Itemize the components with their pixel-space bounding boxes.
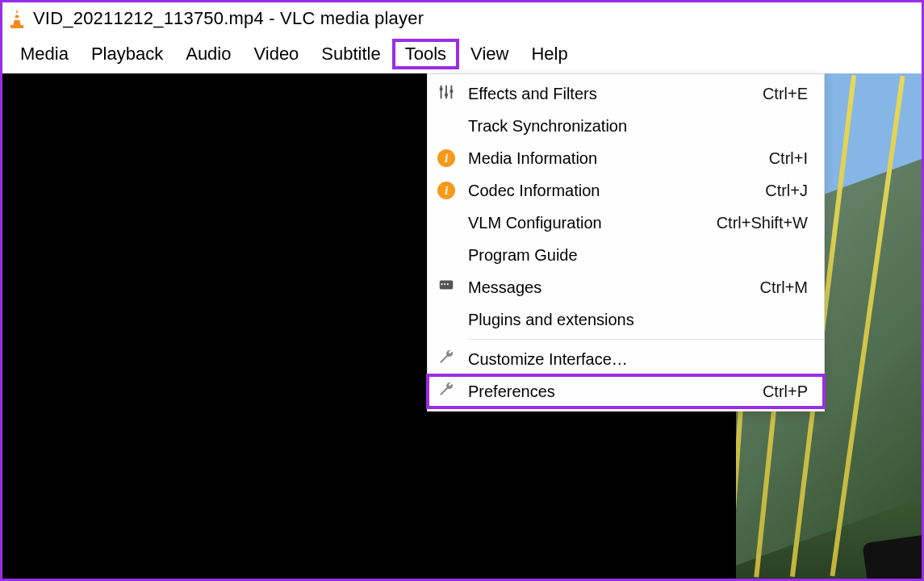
menu-subtitle[interactable]: Subtitle — [310, 39, 391, 69]
menu-item-label: Media Information — [465, 149, 769, 168]
menu-playback[interactable]: Playback — [80, 39, 174, 69]
menu-item-label: Messages — [465, 278, 760, 297]
menu-bar: Media Playback Audio Video Subtitle Tool… — [2, 35, 922, 73]
svg-rect-7 — [445, 94, 448, 97]
svg-rect-1 — [14, 18, 21, 20]
tools-preferences[interactable]: Preferences Ctrl+P — [428, 375, 824, 408]
svg-rect-0 — [15, 13, 20, 15]
menu-item-label: Customize Interface… — [465, 350, 808, 369]
menu-separator — [468, 339, 824, 340]
tools-media-information[interactable]: i Media Information Ctrl+I — [428, 142, 824, 174]
tools-track-synchronization[interactable]: Track Synchronization — [428, 110, 824, 142]
tools-customize-interface[interactable]: Customize Interface… — [428, 343, 824, 375]
info-icon: i — [428, 149, 465, 167]
menu-media[interactable]: Media — [9, 39, 80, 69]
sliders-icon — [428, 83, 465, 104]
menu-help[interactable]: Help — [520, 39, 579, 69]
menu-item-label: Program Guide — [465, 246, 808, 265]
svg-rect-12 — [447, 283, 449, 285]
tools-plugins-and-extensions[interactable]: Plugins and extensions — [428, 303, 824, 336]
wrench-icon — [428, 381, 465, 402]
tools-messages[interactable]: Messages Ctrl+M — [428, 271, 824, 303]
title-bar: VID_20211212_113750.mp4 - VLC media play… — [2, 2, 922, 35]
menu-item-shortcut: Ctrl+Shift+W — [717, 214, 813, 232]
svg-rect-9 — [440, 281, 454, 290]
menu-item-label: Preferences — [465, 382, 763, 401]
info-icon: i — [428, 182, 465, 199]
menu-tools[interactable]: Tools — [392, 39, 459, 69]
menu-item-shortcut: Ctrl+M — [760, 278, 813, 297]
tools-codec-information[interactable]: i Codec Information Ctrl+J — [428, 174, 824, 207]
menu-item-label: Effects and Filters — [465, 85, 763, 103]
menu-item-label: Plugins and extensions — [465, 311, 808, 329]
menu-item-label: Track Synchronization — [465, 117, 808, 136]
svg-rect-8 — [450, 90, 454, 93]
menu-item-shortcut: Ctrl+P — [763, 382, 813, 401]
tools-effects-and-filters[interactable]: Effects and Filters Ctrl+E — [428, 77, 824, 110]
menu-item-shortcut: Ctrl+I — [769, 149, 813, 168]
svg-rect-2 — [10, 25, 23, 28]
svg-rect-6 — [440, 88, 443, 91]
menu-item-shortcut: Ctrl+E — [763, 85, 813, 103]
window-title: VID_20211212_113750.mp4 - VLC media play… — [33, 8, 424, 29]
menu-item-label: Codec Information — [465, 182, 765, 200]
menu-item-shortcut: Ctrl+J — [765, 182, 813, 200]
menu-audio[interactable]: Audio — [174, 39, 242, 69]
vlc-cone-icon — [7, 8, 27, 29]
menu-view[interactable]: View — [459, 39, 520, 69]
svg-rect-11 — [444, 283, 445, 285]
wrench-icon — [428, 349, 465, 370]
menu-item-label: VLM Configuration — [465, 214, 717, 232]
svg-rect-10 — [441, 283, 443, 285]
tools-program-guide[interactable]: Program Guide — [428, 239, 824, 271]
tools-dropdown: Effects and Filters Ctrl+E Track Synchro… — [427, 73, 825, 412]
menu-video[interactable]: Video — [242, 39, 310, 69]
messages-icon — [428, 277, 465, 298]
tools-vlm-configuration[interactable]: VLM Configuration Ctrl+Shift+W — [428, 207, 824, 239]
